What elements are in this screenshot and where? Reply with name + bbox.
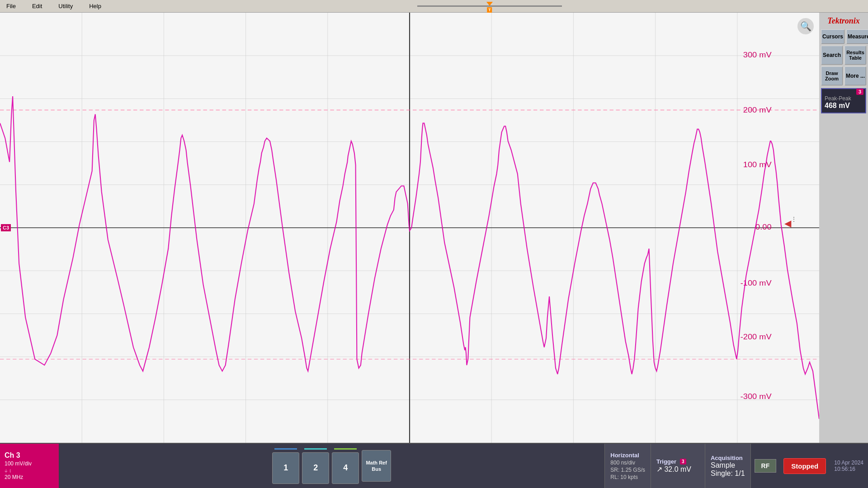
scope-search-icon-btn[interactable]: 🔍 (797, 18, 814, 34)
third-button-row: Draw Zoom More ... (821, 66, 866, 85)
channel-label[interactable]: C3 (1, 224, 11, 231)
trigger-position-bar-spacer: T (115, 5, 864, 7)
channel-coupling: ⏚ ↕ (5, 468, 54, 473)
scope-grid: 300 mV 200 mV 100 mV 0.00 -100 mV -200 m… (0, 13, 819, 443)
measurement-value: 468 mV (825, 102, 863, 110)
acquisition-title: Acquisition (711, 455, 745, 461)
trigger-dots: ⋮ (791, 216, 797, 222)
acquisition-count: Single: 1/1 (711, 469, 745, 478)
right-panel: Tektronix Cursors Measure Search Results… (819, 13, 868, 443)
brand-logo: Tektronix (821, 14, 866, 28)
ch4-line-indicator (334, 448, 357, 450)
svg-text:0.00: 0.00 (755, 222, 772, 231)
acquisition-info: Acquisition Sample Single: 1/1 (705, 444, 751, 488)
svg-text:300 mV: 300 mV (743, 51, 772, 59)
channel-scale: 100 mV/div (5, 460, 54, 467)
horizontal-sample-rate: SR: 1.25 GS/s (610, 467, 645, 473)
bottom-bar: Ch 3 100 mV/div ⏚ ↕ 20 MHz 1 2 4 Math Re… (0, 443, 868, 488)
datetime-display: 10 Apr 2024 10:56:16 (830, 444, 868, 488)
ch2-line-indicator (304, 448, 327, 450)
scope-display[interactable]: 300 mV 200 mV 100 mV 0.00 -100 mV -200 m… (0, 13, 819, 443)
trigger-channel-badge: 3 (680, 459, 686, 465)
svg-text:-200 mV: -200 mV (741, 333, 772, 341)
ch2-col: 2 (302, 448, 329, 484)
svg-text:100 mV: 100 mV (743, 160, 772, 169)
draw-zoom-button[interactable]: Draw Zoom (821, 66, 843, 85)
math-ref-bus-button[interactable]: Math Ref Bus (362, 450, 391, 482)
trigger-info: Trigger 3 ↗ 32.0 mV (651, 444, 705, 488)
results-table-button[interactable]: Results Table (844, 46, 866, 65)
search-button[interactable]: Search (821, 46, 843, 65)
measurement-label: Peak-Peak (825, 95, 863, 102)
top-button-row: Cursors Measure (821, 29, 866, 44)
measure-button[interactable]: Measure (846, 29, 868, 44)
more-button[interactable]: More ... (844, 66, 866, 85)
ch1-col: 1 (272, 448, 299, 484)
acquisition-mode: Sample (711, 461, 745, 469)
menu-edit[interactable]: Edit (29, 2, 45, 10)
rf-button[interactable]: RF (755, 459, 777, 473)
horizontal-info: Horizontal 800 ns/div SR: 1.25 GS/s RL: … (604, 444, 651, 488)
menu-utility[interactable]: Utility (56, 2, 75, 10)
channel-buttons-area: 1 2 4 Math Ref Bus (59, 444, 604, 488)
channel-name: Ch 3 (5, 451, 54, 460)
ch4-button[interactable]: 4 (332, 452, 359, 484)
trigger-level-indicator: ◀ (784, 218, 791, 229)
cursors-button[interactable]: Cursors (821, 29, 844, 44)
measurement-box: 3 Peak-Peak 468 mV (821, 88, 866, 113)
svg-text:-300 mV: -300 mV (741, 392, 772, 401)
ch1-button[interactable]: 1 (272, 452, 299, 484)
menu-file[interactable]: File (4, 2, 19, 10)
trigger-slope-icon: ↗ (656, 465, 662, 473)
horizontal-record-length: RL: 10 kpts (610, 474, 645, 480)
trigger-level-value: 32.0 mV (664, 465, 691, 473)
menu-bar: File Edit Utility Help T (0, 0, 868, 13)
ch1-line-indicator (274, 448, 297, 450)
svg-text:200 mV: 200 mV (743, 105, 772, 114)
measurement-channel-badge: 3 (856, 89, 863, 95)
time-display: 10:56:16 (834, 466, 863, 472)
trigger-slope: ↗ 32.0 mV (656, 465, 699, 474)
main-content: 300 mV 200 mV 100 mV 0.00 -100 mV -200 m… (0, 13, 868, 443)
channel-bandwidth: 20 MHz (5, 474, 54, 480)
horizontal-title: Horizontal (610, 452, 645, 459)
ch2-button[interactable]: 2 (302, 452, 329, 484)
stopped-button[interactable]: Stopped (783, 458, 826, 474)
channel-info[interactable]: Ch 3 100 mV/div ⏚ ↕ 20 MHz (0, 444, 59, 488)
ch4-col: 4 (332, 448, 359, 484)
date-display: 10 Apr 2024 (834, 460, 863, 466)
magnify-icon: 🔍 (800, 21, 811, 32)
menu-help[interactable]: Help (86, 2, 104, 10)
second-button-row: Search Results Table (821, 46, 866, 65)
trigger-title: Trigger (656, 458, 676, 465)
horizontal-timebase: 800 ns/div (610, 460, 645, 466)
